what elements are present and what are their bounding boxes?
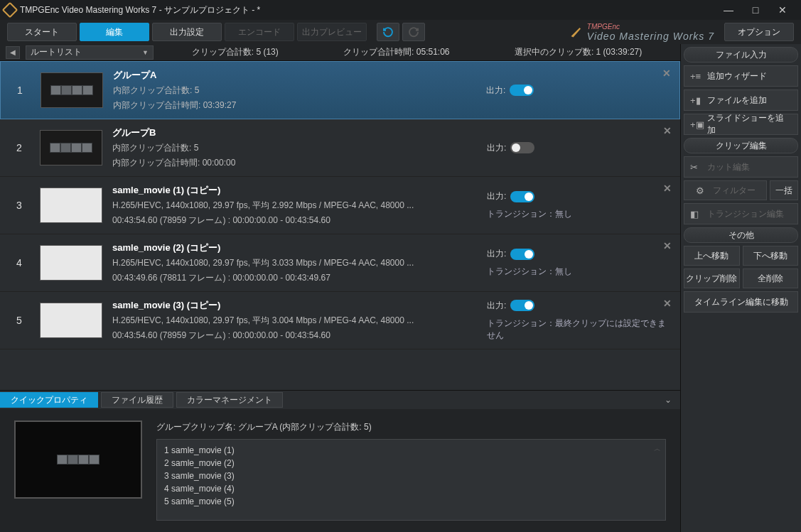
all-delete-button[interactable]: 全削除 bbox=[743, 268, 799, 288]
clip-meta-1: H.265/HEVC, 1440x1080, 29.97 fps, 平均 2.9… bbox=[112, 200, 487, 212]
move-up-button[interactable]: 上へ移動 bbox=[684, 246, 740, 266]
total-time: クリップ合計時間: 05:51:06 bbox=[343, 46, 449, 58]
clip-row[interactable]: 3samle_movie (1) (コピー)H.265/HEVC, 1440x1… bbox=[0, 177, 680, 234]
tab-quick-property[interactable]: クイックプロパティ bbox=[0, 392, 98, 408]
clip-row[interactable]: 1グループA内部クリップ合計数: 5内部クリップ合計時間: 03:39:27出力… bbox=[0, 61, 680, 119]
clip-number: 2 bbox=[9, 142, 30, 153]
clip-title: samle_movie (1) (コピー) bbox=[112, 184, 487, 197]
clip-delete-button[interactable]: クリップ削除 bbox=[684, 268, 740, 288]
preview-thumbnail bbox=[14, 420, 142, 499]
add-wizard-button[interactable]: +≡追加ウィザード bbox=[684, 65, 798, 87]
tab-color-mgmt[interactable]: カラーマネージメント bbox=[176, 392, 283, 408]
scroll-up-icon[interactable]: ︿ bbox=[654, 444, 661, 454]
output-label: 出力: bbox=[487, 248, 506, 260]
panel-collapse-icon[interactable]: ⌄ bbox=[665, 395, 672, 405]
clip-number: 4 bbox=[9, 257, 30, 268]
brand-icon bbox=[570, 26, 583, 38]
slideshow-icon: +▣ bbox=[690, 119, 704, 130]
group-name-label: グループクリップ名: グループA (内部クリップ合計数: 5) bbox=[156, 420, 666, 433]
clip-title: グループB bbox=[112, 126, 487, 139]
clip-meta-2: 内部クリップ合計時間: 00:00:00 bbox=[112, 157, 487, 169]
clip-meta-1: 内部クリップ合計数: 5 bbox=[112, 142, 487, 154]
transition-label: トランジション：無し bbox=[487, 208, 572, 220]
sidebar: ファイル入力 +≡追加ウィザード +▮ファイルを追加 +▣スライドショーを追加 … bbox=[680, 44, 801, 532]
section-clip-edit: クリップ編集 bbox=[684, 138, 798, 153]
scissors-icon: ✂ bbox=[690, 162, 704, 173]
edit-tab[interactable]: 編集 bbox=[80, 23, 149, 41]
start-tab[interactable]: スタート bbox=[7, 23, 77, 41]
clip-meta-2: 内部クリップ合計時間: 03:39:27 bbox=[113, 99, 486, 112]
brand-name: Video Mastering Works 7 bbox=[587, 31, 714, 42]
titlebar: TMPGEnc Video Mastering Works 7 - サンプルプロ… bbox=[0, 0, 801, 20]
nav-back-button[interactable]: ◀ bbox=[6, 46, 20, 59]
options-button[interactable]: オプション bbox=[724, 23, 794, 41]
output-label: 出力: bbox=[487, 300, 506, 312]
minimize-button[interactable]: — bbox=[721, 3, 736, 17]
output-label: 出力: bbox=[487, 142, 506, 154]
brand-sub: TMPGEnc bbox=[587, 23, 714, 31]
tab-file-history[interactable]: ファイル履歴 bbox=[101, 392, 173, 408]
clip-meta-2: 00:43:54.60 (78959 フレーム) : 00:00:00.00 -… bbox=[112, 215, 487, 227]
output-toggle[interactable] bbox=[510, 300, 534, 311]
detail-line: 2 samle_movie (2) bbox=[164, 457, 658, 469]
remove-clip-icon[interactable]: ✕ bbox=[663, 298, 672, 309]
list-dropdown[interactable]: ルートリスト bbox=[26, 45, 154, 60]
output-toggle[interactable] bbox=[510, 142, 534, 153]
clip-number: 5 bbox=[9, 315, 30, 326]
timeline-edit-button[interactable]: タイムライン編集に移動 bbox=[684, 291, 798, 313]
redo-button[interactable] bbox=[402, 23, 425, 41]
detail-line: 4 samle_movie (4) bbox=[164, 482, 658, 495]
maximize-button[interactable]: □ bbox=[748, 3, 763, 17]
preview-tab: 出力プレビュー bbox=[297, 23, 367, 41]
move-down-button[interactable]: 下へ移動 bbox=[743, 246, 799, 266]
gear-icon: ⚙ bbox=[696, 185, 710, 196]
output-toggle[interactable] bbox=[510, 85, 534, 96]
output-tab[interactable]: 出力設定 bbox=[152, 23, 222, 41]
clip-count: クリップ合計数: 5 (13) bbox=[192, 46, 279, 58]
clip-row[interactable]: 2グループB内部クリップ合計数: 5内部クリップ合計時間: 00:00:00出力… bbox=[0, 119, 680, 177]
clip-thumbnail bbox=[40, 303, 102, 338]
clip-meta-1: H.265/HEVC, 1440x1080, 29.97 fps, 平均 3.0… bbox=[112, 257, 487, 269]
detail-line: 3 samle_movie (3) bbox=[164, 469, 658, 482]
add-file-icon: +▮ bbox=[690, 95, 704, 106]
remove-clip-icon[interactable]: ✕ bbox=[662, 67, 671, 79]
details-box: ︿ 1 samle_movie (1)2 samle_movie (2)3 sa… bbox=[156, 439, 666, 521]
output-toggle[interactable] bbox=[510, 249, 534, 260]
batch-button[interactable]: 一括 bbox=[770, 180, 798, 200]
main-toolbar: スタート 編集 出力設定 エンコード 出力プレビュー TMPGEnc Video… bbox=[0, 20, 801, 44]
clip-thumbnail bbox=[40, 245, 102, 281]
clip-meta-1: H.265/HEVC, 1440x1080, 29.97 fps, 平均 3.0… bbox=[112, 315, 487, 327]
section-other: その他 bbox=[684, 227, 798, 243]
clip-thumbnail bbox=[40, 188, 102, 223]
close-button[interactable]: ✕ bbox=[775, 3, 790, 17]
selected-count: 選択中のクリップ数: 1 (03:39:27) bbox=[515, 46, 642, 58]
output-label: 出力: bbox=[486, 85, 505, 97]
clip-list: 1グループA内部クリップ合計数: 5内部クリップ合計時間: 03:39:27出力… bbox=[0, 61, 680, 390]
detail-line: 5 samle_movie (5) bbox=[164, 495, 658, 508]
wizard-icon: +≡ bbox=[690, 71, 704, 82]
transition-edit-button: ◧トランジション編集 bbox=[684, 203, 798, 224]
add-slideshow-button[interactable]: +▣スライドショーを追加 bbox=[684, 114, 798, 135]
undo-button[interactable] bbox=[377, 23, 399, 41]
clip-title: グループA bbox=[113, 69, 486, 82]
remove-clip-icon[interactable]: ✕ bbox=[663, 125, 672, 136]
clip-meta-2: 00:43:54.60 (78959 フレーム) : 00:00:00.00 -… bbox=[112, 330, 487, 342]
clip-title: samle_movie (2) (コピー) bbox=[112, 241, 487, 254]
transition-label: トランジション：無し bbox=[487, 266, 572, 278]
window-title: TMPGEnc Video Mastering Works 7 - サンプルプロ… bbox=[20, 4, 721, 16]
group-thumbnail bbox=[40, 130, 102, 165]
bottom-panel: クイックプロパティ ファイル履歴 カラーマネージメント ⌄ グループクリップ名:… bbox=[0, 390, 680, 532]
brand-logo: TMPGEnc Video Mastering Works 7 bbox=[570, 23, 714, 42]
cut-edit-button: ✂カット編集 bbox=[684, 156, 798, 178]
clip-row[interactable]: 5samle_movie (3) (コピー)H.265/HEVC, 1440x1… bbox=[0, 292, 680, 349]
remove-clip-icon[interactable]: ✕ bbox=[663, 240, 672, 251]
output-toggle[interactable] bbox=[510, 191, 534, 202]
clip-number: 1 bbox=[9, 85, 31, 96]
clip-number: 3 bbox=[9, 200, 30, 211]
output-label: 出力: bbox=[487, 190, 506, 202]
transition-label: トランジション：最終クリップには設定できません bbox=[487, 317, 672, 342]
detail-line: 1 samle_movie (1) bbox=[164, 444, 658, 457]
add-file-button[interactable]: +▮ファイルを追加 bbox=[684, 89, 798, 111]
clip-row[interactable]: 4samle_movie (2) (コピー)H.265/HEVC, 1440x1… bbox=[0, 234, 680, 292]
remove-clip-icon[interactable]: ✕ bbox=[663, 183, 672, 194]
